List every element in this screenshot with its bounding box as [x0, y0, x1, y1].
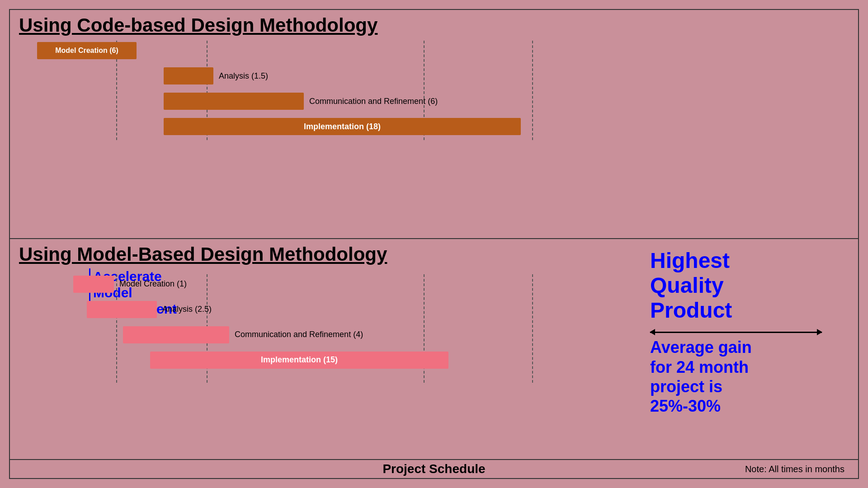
top-gantt-area: Model Creation (6) Analysis (1.5) Commun… [37, 41, 849, 140]
top-bar-model-creation: Model Creation (6) [37, 42, 137, 59]
top-bar-comm [164, 93, 304, 110]
top-bar-row-4: Implementation (18) [37, 117, 849, 136]
bottom-bar-analysis-label: Analysis (2.5) [162, 305, 212, 314]
bottom-bar-model-creation-label: Model Creation (1) [119, 279, 187, 289]
bottom-bar-model-creation [73, 276, 114, 293]
bottom-section: Using Model-Based Design Methodology Acc… [10, 239, 858, 478]
bottom-bar-row-4: Implementation (15) [37, 350, 849, 370]
top-bar-comm-label: Communication and Refinement (6) [309, 97, 438, 106]
project-schedule-label: Project Schedule [382, 462, 485, 476]
bottom-bar-row-1: Model Creation (1) [37, 274, 849, 294]
bottom-bar-analysis [87, 301, 157, 318]
bottom-bar-row-2: Analysis (2.5) [37, 300, 849, 319]
top-section: Using Code-based Design Methodology Mode… [10, 10, 858, 239]
note-label: Note: All times in months [745, 464, 844, 474]
main-container: Using Code-based Design Methodology Mode… [9, 9, 859, 479]
top-section-title: Using Code-based Design Methodology [19, 14, 849, 36]
top-bar-impl: Implementation (18) [164, 118, 521, 135]
top-bar-analysis [164, 67, 213, 84]
top-bar-row-2: Analysis (1.5) [37, 66, 849, 86]
bottom-bar-impl: Implementation (15) [150, 352, 448, 369]
top-bar-row-1: Model Creation (6) [37, 41, 849, 61]
footer-bar: Project Schedule Note: All times in mont… [10, 459, 858, 478]
bottom-bar-comm [123, 326, 229, 343]
bottom-bar-row-3: Communication and Refinement (4) [37, 325, 849, 345]
top-bar-row-3: Communication and Refinement (6) [37, 91, 849, 111]
bottom-bar-comm-label: Communication and Refinement (4) [235, 330, 363, 339]
top-bar-analysis-label: Analysis (1.5) [219, 71, 268, 81]
bottom-gantt-area: Model Creation (1) Analysis (2.5) Commun… [37, 274, 849, 383]
